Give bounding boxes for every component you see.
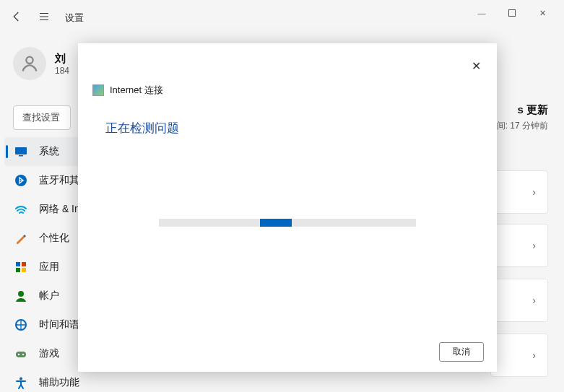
update-header: s 更新 时间: 17 分钟前 bbox=[488, 103, 548, 132]
dialog-title: Internet 连接 bbox=[110, 84, 163, 97]
svg-point-13 bbox=[19, 378, 22, 380]
sidebar-item-label: 帐户 bbox=[39, 289, 59, 302]
svg-point-8 bbox=[18, 291, 24, 297]
person-icon bbox=[14, 289, 27, 302]
cancel-button[interactable]: 取消 bbox=[439, 342, 484, 362]
sidebar-item-label: 游戏 bbox=[39, 347, 59, 360]
chevron-right-icon: › bbox=[532, 240, 536, 251]
search-input[interactable]: 查找设置 bbox=[13, 105, 71, 130]
gamepad-icon bbox=[14, 347, 27, 360]
svg-rect-7 bbox=[22, 268, 26, 272]
bluetooth-icon bbox=[14, 174, 27, 187]
globe-icon bbox=[14, 318, 27, 331]
close-icon[interactable]: ✕ bbox=[472, 59, 481, 73]
sidebar-item-label: 辅助功能 bbox=[39, 376, 79, 389]
chevron-right-icon: › bbox=[532, 349, 536, 361]
sidebar-item-label: 时间和语 bbox=[39, 318, 79, 331]
close-window-button[interactable]: ✕ bbox=[534, 4, 551, 22]
minimize-button[interactable]: — bbox=[473, 4, 490, 22]
nav-menu-icon[interactable] bbox=[38, 10, 51, 26]
sidebar-item-label: 网络 & In bbox=[39, 203, 80, 216]
settings-card[interactable]: › bbox=[490, 224, 548, 267]
user-name: 刘 bbox=[55, 52, 69, 66]
settings-card[interactable]: › bbox=[490, 334, 548, 377]
update-title: s 更新 bbox=[488, 103, 548, 117]
maximize-button[interactable] bbox=[503, 4, 521, 22]
svg-rect-10 bbox=[16, 352, 26, 357]
dialog-status: 正在检测问题 bbox=[105, 120, 179, 136]
update-time: 时间: 17 分钟前 bbox=[488, 120, 548, 132]
avatar-icon bbox=[13, 47, 46, 80]
sidebar-item-label: 个性化 bbox=[39, 232, 69, 245]
troubleshoot-icon bbox=[92, 84, 104, 96]
sidebar-item-label: 系统 bbox=[39, 145, 59, 158]
progress-bar bbox=[159, 219, 416, 227]
svg-rect-5 bbox=[22, 262, 26, 266]
back-button[interactable] bbox=[10, 10, 23, 26]
user-sub: 184 bbox=[55, 66, 69, 76]
settings-card[interactable]: › bbox=[490, 279, 548, 322]
svg-point-11 bbox=[18, 354, 20, 356]
app-title: 设置 bbox=[65, 12, 84, 25]
progress-indicator bbox=[260, 219, 292, 227]
svg-rect-2 bbox=[19, 155, 23, 157]
troubleshoot-dialog: ✕ Internet 连接 正在检测问题 取消 bbox=[78, 43, 497, 372]
svg-point-0 bbox=[26, 57, 32, 64]
svg-rect-1 bbox=[15, 147, 27, 154]
user-block[interactable]: 刘 184 bbox=[13, 47, 69, 80]
wifi-icon bbox=[14, 203, 27, 216]
sidebar-item-label: 蓝牙和其 bbox=[39, 174, 79, 187]
apps-icon bbox=[14, 261, 27, 274]
accessibility-icon bbox=[14, 376, 27, 389]
sidebar-item-label: 应用 bbox=[39, 261, 59, 274]
chevron-right-icon: › bbox=[532, 186, 536, 198]
chevron-right-icon: › bbox=[532, 295, 536, 306]
svg-point-12 bbox=[22, 354, 25, 356]
brush-icon bbox=[14, 232, 27, 245]
settings-card[interactable]: › bbox=[490, 170, 548, 214]
svg-rect-6 bbox=[16, 268, 20, 272]
system-icon bbox=[14, 145, 27, 158]
svg-rect-4 bbox=[16, 262, 20, 266]
